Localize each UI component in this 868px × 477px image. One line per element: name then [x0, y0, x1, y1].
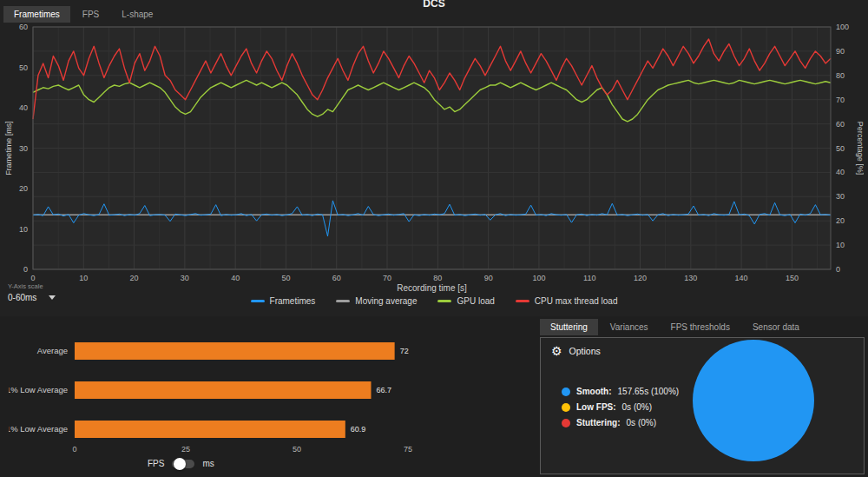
smooth-dot-icon [562, 388, 570, 396]
frametime-chart: 0102030405060708090100010203040506001020… [3, 23, 864, 294]
low-fps-dot-icon [562, 403, 570, 412]
unit-toggle-switch[interactable] [172, 460, 194, 468]
tab-sensor-data[interactable]: Sensor data [742, 319, 810, 335]
svg-text:20: 20 [19, 184, 28, 193]
svg-text:100: 100 [532, 274, 545, 282]
legend-item-gpu-load[interactable]: GPU load [437, 296, 494, 306]
svg-text:40: 40 [836, 168, 845, 176]
options-label: Options [569, 346, 601, 356]
svg-text:100: 100 [836, 23, 849, 31]
svg-text:Recording time [s]: Recording time [s] [397, 283, 467, 293]
chart-legend: Frametimes Moving average GPU load CPU m… [0, 296, 868, 306]
legend-item-frametimes[interactable]: Frametimes [251, 296, 316, 306]
svg-text:0.1% Low Average: 0.1% Low Average [9, 424, 68, 434]
svg-text:90: 90 [484, 274, 493, 282]
legend-item-stuttering: Stuttering: 0s (0%) [562, 418, 679, 427]
svg-text:50: 50 [836, 144, 845, 153]
svg-text:70: 70 [383, 274, 391, 282]
legend-item-cpu-load[interactable]: CPU max thread load [516, 296, 618, 306]
legend-item-moving-average[interactable]: Moving average [336, 296, 417, 306]
stuttering-content-box: ⚙ Options Smooth: 157.65s (100%) Low FPS… [540, 337, 865, 474]
svg-text:75: 75 [404, 445, 412, 454]
stutter-legend: Smooth: 157.65s (100%) Low FPS: 0s (0%) … [562, 387, 679, 427]
svg-text:110: 110 [583, 274, 595, 282]
legend-label: Smooth: [576, 387, 612, 396]
svg-text:50: 50 [19, 63, 28, 72]
legend-swatch [336, 300, 350, 302]
legend-label: Moving average [355, 296, 417, 306]
legend-item-smooth: Smooth: 157.65s (100%) [562, 387, 679, 396]
legend-value: 0s (0%) [627, 418, 656, 427]
svg-text:70: 70 [836, 96, 845, 104]
svg-text:60: 60 [19, 23, 28, 31]
svg-text:20: 20 [130, 274, 139, 282]
tab-l-shape[interactable]: L-shape [111, 6, 163, 23]
chart-tabs: Frametimes FPS L-shape [3, 6, 163, 23]
svg-text:1% Low Average: 1% Low Average [9, 385, 68, 394]
svg-text:130: 130 [684, 274, 697, 282]
legend-label: GPU load [457, 296, 494, 306]
y-axis-scale-value: 0-60ms [8, 293, 36, 302]
ms-unit-label: ms [202, 459, 214, 468]
svg-text:25: 25 [181, 445, 190, 454]
legend-value: 157.65s (100%) [618, 387, 680, 396]
svg-text:Percentage [%]: Percentage [%] [856, 122, 864, 176]
legend-swatch [251, 300, 265, 302]
tab-variances[interactable]: Variances [600, 319, 659, 335]
svg-text:0: 0 [30, 274, 35, 282]
analysis-tabs: Stuttering Variances FPS thresholds Sens… [540, 319, 810, 335]
svg-text:40: 40 [231, 274, 240, 282]
svg-text:0: 0 [23, 265, 28, 274]
svg-text:60: 60 [836, 120, 845, 129]
svg-text:10: 10 [836, 241, 845, 249]
unit-toggle-row: FPS ms [148, 459, 214, 468]
tab-stuttering[interactable]: Stuttering [540, 319, 598, 335]
fps-unit-label: FPS [148, 459, 164, 468]
svg-text:150: 150 [786, 274, 799, 282]
frametime-analysis-panel: DCS Frametimes FPS L-shape 0102030405060… [0, 0, 868, 316]
chevron-down-icon [49, 295, 56, 300]
gear-icon[interactable]: ⚙ [551, 345, 562, 357]
legend-label: Low FPS: [576, 402, 616, 412]
toggle-knob-icon [174, 458, 186, 470]
svg-text:0: 0 [836, 265, 840, 274]
svg-text:0: 0 [72, 445, 76, 454]
svg-text:20: 20 [836, 216, 845, 225]
fps-summary-bar-chart: Average721% Low Average66.70.1% Low Aver… [9, 325, 523, 457]
svg-text:140: 140 [735, 274, 748, 282]
svg-text:30: 30 [836, 192, 845, 201]
y-axis-scale-label: Y-Axis scale [8, 282, 56, 290]
legend-item-low-fps: Low FPS: 0s (0%) [562, 402, 679, 412]
stutter-pie-chart [688, 339, 819, 469]
tab-fps[interactable]: FPS [72, 6, 109, 23]
svg-text:50: 50 [281, 274, 290, 282]
stuttering-dot-icon [562, 419, 570, 427]
capframex-window: DCS Frametimes FPS L-shape 0102030405060… [0, 0, 868, 477]
svg-text:Frametime [ms]: Frametime [ms] [4, 121, 13, 176]
y-axis-scale-control: Y-Axis scale 0-60ms [8, 282, 56, 302]
tab-frametimes[interactable]: Frametimes [3, 6, 70, 23]
svg-text:80: 80 [433, 274, 442, 282]
stuttering-panel: Stuttering Variances FPS thresholds Sens… [538, 318, 866, 477]
svg-text:72: 72 [400, 347, 409, 355]
svg-text:30: 30 [19, 144, 28, 153]
svg-text:30: 30 [181, 274, 189, 282]
tab-fps-thresholds[interactable]: FPS thresholds [661, 319, 740, 335]
svg-text:10: 10 [19, 225, 28, 234]
legend-swatch [437, 300, 451, 302]
svg-text:Average: Average [37, 346, 68, 355]
legend-swatch [516, 300, 529, 302]
legend-label: CPU max thread load [535, 296, 618, 306]
svg-text:90: 90 [836, 47, 845, 56]
svg-text:66.7: 66.7 [377, 386, 392, 394]
y-axis-scale-select[interactable]: 0-60ms [8, 293, 56, 302]
svg-text:120: 120 [634, 274, 647, 282]
fps-summary-panel: Average721% Low Average66.70.1% Low Aver… [0, 318, 533, 477]
legend-value: 0s (0%) [622, 402, 652, 412]
svg-text:50: 50 [293, 445, 301, 454]
svg-text:40: 40 [19, 103, 28, 112]
svg-text:60.9: 60.9 [351, 425, 366, 434]
svg-text:80: 80 [836, 71, 845, 80]
svg-text:10: 10 [79, 274, 88, 282]
svg-text:60: 60 [332, 274, 341, 282]
